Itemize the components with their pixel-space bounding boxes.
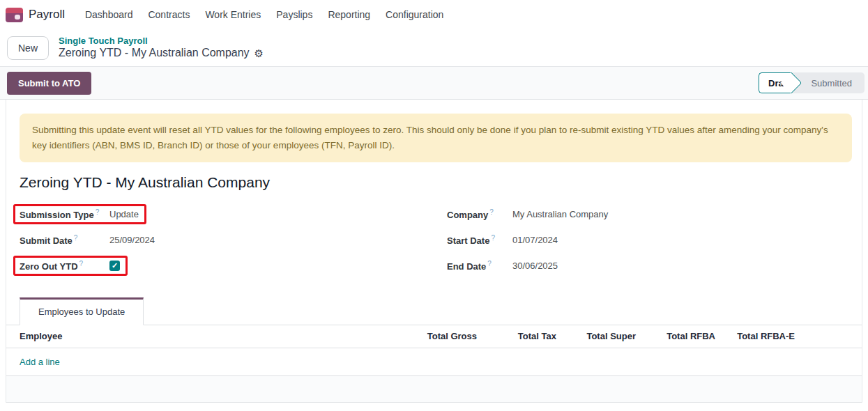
- help-icon: ?: [491, 234, 495, 242]
- control-panel: Submit to ATO Draft Submitted: [0, 66, 868, 100]
- breadcrumb-current: Zeroing YTD - My Australian Company: [59, 47, 250, 59]
- company-value[interactable]: My Australian Company: [512, 209, 608, 219]
- page-title: Zeroing YTD - My Australian Company: [20, 174, 852, 191]
- end-date-value[interactable]: 30/06/2025: [512, 261, 558, 271]
- app-title: Payroll: [29, 8, 65, 22]
- status-step-draft[interactable]: Draft: [759, 72, 791, 93]
- column-total-gross: Total Gross: [397, 325, 477, 348]
- annotation-box-zero-out-ytd: Zero Out YTD?: [13, 256, 128, 276]
- submission-type-value[interactable]: Update: [109, 209, 139, 219]
- submit-to-ato-button[interactable]: Submit to ATO: [7, 72, 91, 95]
- add-a-line-link[interactable]: Add a line: [20, 357, 60, 367]
- help-icon: ?: [487, 260, 492, 267]
- column-total-super: Total Super: [556, 325, 636, 348]
- column-total-rfba-e: Total RFBA-E: [715, 325, 795, 348]
- zero-out-ytd-checkbox[interactable]: [109, 261, 120, 271]
- main-menu: Dashboard Contracts Work Entries Payslip…: [77, 5, 451, 24]
- end-date-label: End Date: [447, 261, 486, 272]
- help-icon: ?: [489, 208, 494, 216]
- new-button[interactable]: New: [7, 36, 49, 60]
- column-total-tax: Total Tax: [477, 325, 556, 348]
- form-sheet: Submitting this update event will reset …: [6, 100, 862, 403]
- tab-employees-to-update[interactable]: Employees to Update: [20, 297, 144, 325]
- list-footer: [6, 376, 862, 403]
- submit-date-value[interactable]: 25/09/2024: [109, 235, 155, 245]
- breadcrumb-parent-link[interactable]: Single Touch Payroll: [59, 36, 264, 46]
- column-employee: Employee: [6, 325, 397, 348]
- breadcrumb: New Single Touch Payroll Zeroing YTD - M…: [0, 29, 868, 66]
- nav-payslips[interactable]: Payslips: [268, 5, 320, 24]
- payroll-app-icon[interactable]: [6, 8, 23, 22]
- nav-reporting[interactable]: Reporting: [320, 5, 378, 24]
- nav-dashboard[interactable]: Dashboard: [77, 5, 141, 24]
- submission-type-label: Submission Type: [20, 210, 94, 220]
- start-date-value[interactable]: 01/07/2024: [512, 235, 558, 245]
- zero-out-ytd-label: Zero Out YTD: [20, 261, 78, 272]
- gear-icon[interactable]: [254, 48, 264, 59]
- statusbar: Draft Submitted: [759, 72, 865, 93]
- breadcrumb-text: Single Touch Payroll Zeroing YTD - My Au…: [59, 36, 264, 59]
- column-total-rfba: Total RFBA: [636, 325, 715, 348]
- nav-contracts[interactable]: Contracts: [140, 5, 197, 24]
- table-header-row: Employee Total Gross Total Tax Total Sup…: [6, 325, 862, 348]
- status-step-submitted[interactable]: Submitted: [791, 72, 865, 93]
- form-fields: Submission Type? Update Submit Date? 25/…: [20, 203, 852, 281]
- submit-date-label: Submit Date: [20, 235, 73, 246]
- help-icon: ?: [96, 208, 100, 216]
- status-step-draft-label: Draft: [768, 78, 789, 88]
- notebook: Employees to Update Employee Total Gross…: [6, 297, 862, 403]
- nav-configuration[interactable]: Configuration: [378, 5, 451, 24]
- start-date-label: Start Date: [447, 235, 489, 246]
- employees-table: Employee Total Gross Total Tax Total Sup…: [6, 325, 862, 377]
- help-icon: ?: [74, 234, 78, 242]
- status-step-submitted-label: Submitted: [811, 78, 852, 88]
- company-label: Company: [447, 210, 488, 220]
- add-line-row: Add a line: [6, 348, 862, 376]
- tab-bar: Employees to Update: [6, 297, 862, 325]
- app-brand[interactable]: Payroll: [6, 8, 65, 22]
- help-icon: ?: [79, 260, 84, 267]
- annotation-box-submission-type: Submission Type? Update: [13, 204, 146, 224]
- top-navbar: Payroll Dashboard Contracts Work Entries…: [0, 0, 868, 29]
- nav-work-entries[interactable]: Work Entries: [197, 5, 268, 24]
- column-spacer: [795, 325, 862, 348]
- warning-alert: Submitting this update event will reset …: [20, 114, 852, 162]
